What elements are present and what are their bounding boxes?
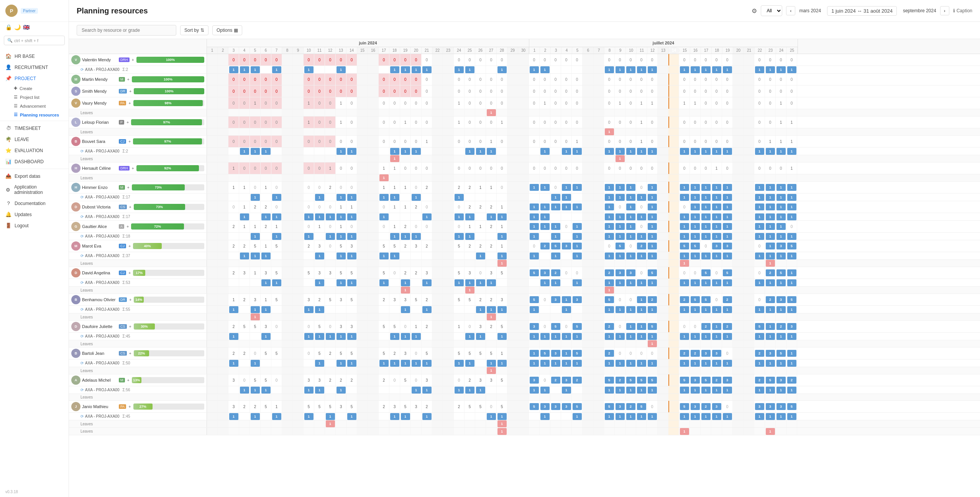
cell-value: 0 bbox=[683, 139, 686, 144]
sidebar-item-recruitment[interactable]: 👤 RECRUITMENT bbox=[0, 62, 69, 73]
day-cell bbox=[507, 348, 518, 359]
day-cell bbox=[744, 201, 754, 213]
expand-button[interactable]: + bbox=[126, 224, 130, 229]
sidebar-item-project[interactable]: 📌 PROJECT bbox=[0, 73, 69, 84]
expand-button[interactable]: + bbox=[126, 185, 130, 190]
day-cell bbox=[744, 340, 754, 347]
assignment-block: 1 bbox=[240, 253, 249, 259]
day-cell bbox=[604, 313, 615, 320]
day-cell: 1 bbox=[465, 233, 475, 240]
flag-icon[interactable]: 🇬🇧 bbox=[23, 24, 30, 30]
next-month-button[interactable]: › bbox=[940, 6, 949, 15]
sidebar-item-app-admin[interactable]: ⚙ Application administration bbox=[0, 182, 69, 198]
options-button[interactable]: Options ▦ bbox=[212, 25, 242, 35]
day-cell: 0 bbox=[454, 136, 465, 147]
assignment-block: 1 bbox=[551, 233, 560, 240]
expand-button[interactable]: + bbox=[126, 77, 130, 82]
expand-button[interactable]: + bbox=[128, 89, 132, 93]
filter-select[interactable]: All bbox=[761, 5, 782, 16]
global-search[interactable]: 🔍 ctrl + shift + f bbox=[4, 36, 65, 45]
day-cell: 0 bbox=[411, 54, 422, 66]
sidebar-item-dashboard[interactable]: 📊 DASHBOARD bbox=[0, 156, 69, 167]
sidebar-item-updates[interactable]: 🔔 Updates bbox=[0, 209, 69, 220]
day-cell: 1 bbox=[454, 66, 465, 73]
sidebar-item-planning-resources[interactable]: ☰ Planning resources bbox=[0, 110, 69, 119]
day-cell bbox=[454, 367, 465, 374]
expand-button[interactable]: + bbox=[126, 120, 130, 125]
cell-value: 0 bbox=[630, 101, 632, 105]
sidebar-item-logout[interactable]: 🚪 Logout bbox=[0, 220, 69, 231]
day-cell: 1 bbox=[239, 213, 250, 220]
day-cell: 3 bbox=[540, 267, 550, 279]
day-cell bbox=[529, 279, 540, 286]
assignment-block: 2 bbox=[540, 243, 550, 249]
cell-value: 0 bbox=[758, 271, 761, 275]
day-cell bbox=[625, 174, 636, 181]
project-name: AXA - PROJ-AXA00 bbox=[85, 280, 119, 285]
sidebar-item-create[interactable]: ✚ Create bbox=[0, 84, 69, 93]
day-cell bbox=[400, 386, 411, 394]
assignment-block: 1 bbox=[573, 203, 582, 210]
expand-button[interactable]: + bbox=[128, 404, 131, 409]
expand-button[interactable]: + bbox=[128, 244, 131, 248]
settings-icon[interactable]: ⚙ bbox=[752, 7, 757, 15]
assignment-block: 1 bbox=[766, 148, 775, 155]
expand-button[interactable]: + bbox=[128, 101, 131, 105]
day-cell bbox=[701, 174, 711, 181]
assignment-block: 1 bbox=[240, 66, 249, 73]
day-cell: 2 bbox=[411, 267, 422, 279]
expand-button[interactable]: + bbox=[126, 378, 130, 382]
expand-button[interactable]: + bbox=[128, 271, 131, 275]
day-cell bbox=[293, 136, 304, 147]
expand-button[interactable]: + bbox=[128, 324, 132, 329]
assignment-block: 1 bbox=[562, 387, 571, 394]
day-cell bbox=[218, 213, 228, 220]
day-cell bbox=[733, 240, 744, 252]
assignment-block: 1 bbox=[637, 360, 646, 367]
sidebar-item-export[interactable]: 📤 Export datas bbox=[0, 171, 69, 182]
day-cell bbox=[475, 66, 486, 73]
avatar: D bbox=[71, 322, 80, 331]
day-cell: 0 bbox=[679, 162, 690, 174]
sidebar-item-evaluation[interactable]: ⭐ EVALUATION bbox=[0, 145, 69, 156]
day-cell bbox=[293, 233, 304, 240]
day-cell: 1 bbox=[379, 213, 389, 220]
day-cell: 1 bbox=[389, 201, 400, 213]
day-cell bbox=[346, 66, 357, 73]
sidebar-item-leave[interactable]: 🌴 LEAVE bbox=[0, 134, 69, 145]
prev-month-button[interactable]: ‹ bbox=[786, 6, 795, 15]
moon-icon[interactable]: 🌙 bbox=[14, 24, 21, 30]
expand-button[interactable]: + bbox=[128, 205, 132, 209]
day-cell bbox=[486, 333, 497, 340]
table-row: VVaury MendyPA+98%0010010010000001000001… bbox=[69, 97, 980, 109]
expand-button[interactable]: + bbox=[131, 166, 135, 171]
day-cell bbox=[754, 340, 765, 347]
day-cell bbox=[486, 394, 497, 400]
caption-link[interactable]: ℹ Caption bbox=[953, 8, 972, 13]
expand-button[interactable]: + bbox=[128, 351, 132, 356]
sidebar-item-project-list[interactable]: ☰ Project list bbox=[0, 93, 69, 102]
sort-button[interactable]: Sort by ⇅ bbox=[180, 25, 208, 35]
cell-value: 0 bbox=[769, 120, 772, 125]
expand-button[interactable]: + bbox=[128, 297, 132, 302]
day-cell bbox=[228, 340, 239, 347]
resource-name: Adelaus Michel bbox=[82, 378, 117, 382]
lock-icon[interactable]: 🔒 bbox=[5, 24, 12, 30]
day-cell: 2 bbox=[722, 321, 733, 332]
day-cell: 1 bbox=[711, 233, 722, 240]
sidebar-item-label: Updates bbox=[15, 212, 32, 217]
cell-value: 2 bbox=[329, 351, 332, 356]
sidebar-item-timesheet[interactable]: ⏱ TIMESHEET bbox=[0, 123, 69, 134]
day-cell: 1 bbox=[271, 213, 282, 220]
assignment-block: 1 bbox=[701, 194, 711, 201]
sidebar-item-advancement[interactable]: ☰ Advancement bbox=[0, 102, 69, 110]
day-cell bbox=[218, 340, 228, 347]
day-cell bbox=[261, 174, 271, 181]
assignment-block: 1 bbox=[680, 360, 689, 367]
sidebar-item-documentation[interactable]: ? Documentation bbox=[0, 198, 69, 209]
day-cell: 3 bbox=[529, 321, 540, 332]
expand-button[interactable]: + bbox=[131, 57, 135, 62]
sidebar-item-hr-base[interactable]: 🏠 HR BASE bbox=[0, 51, 69, 62]
search-input[interactable] bbox=[77, 25, 176, 36]
expand-button[interactable]: + bbox=[128, 139, 131, 144]
